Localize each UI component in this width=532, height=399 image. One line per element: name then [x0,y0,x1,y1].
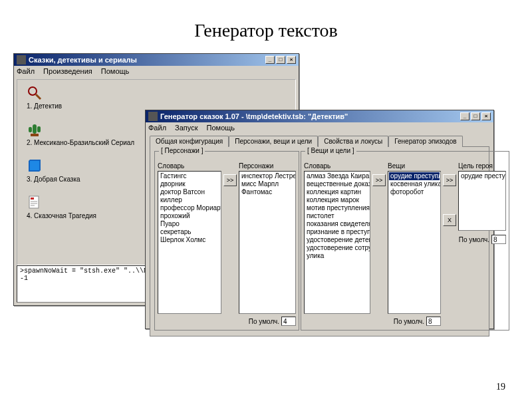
item-detective[interactable]: 1. Детектив [27,85,286,110]
window-generator: Генератор сказок 1.07 - \tmp\detektiv.ts… [145,110,494,329]
add-char-button[interactable]: >> [223,174,237,186]
close-button[interactable]: × [287,56,296,64]
label-characters: Персонажи [239,162,296,170]
menu-run[interactable]: Запуск [175,124,198,132]
group-things-goals: [ Вещи и цели ] Словарь алмаз Звезда Каи… [301,151,509,331]
listbox-characters[interactable]: инспектор Лестрейд мисс Марпл Фантомас [239,171,296,314]
label-default: По умолч. [249,318,279,325]
page-number: 19 [496,382,505,392]
titlebar-generator[interactable]: Генератор сказок 1.07 - \tmp\detektiv.ts… [146,110,493,122]
menu-file[interactable]: Файл [17,67,35,75]
label-things: Вещи [388,162,441,170]
tab-episode-generator[interactable]: Генератор эпизодов [388,136,462,147]
listbox-hero-goal[interactable]: орудие преступления [458,171,506,231]
magnifier-icon [27,85,43,101]
item-label: 1. Детектив [27,102,62,110]
listbox-things[interactable]: орудие преступления косвенная улика фото… [388,171,441,314]
list-item[interactable]: коллекция марок [305,196,369,204]
group-characters: [ Персонажи ] Словарь Гастингс дворник д… [154,151,299,331]
list-item[interactable]: фоторобот [389,188,440,196]
slide-title: Генератор текстов [0,20,532,41]
menubar-stories[interactable]: Файл Произведения Помощь [14,66,299,76]
window-title: Генератор сказок 1.07 - \tmp\detektiv.ts… [160,112,348,120]
list-item[interactable]: алмаз Звезда Каира [305,172,369,180]
list-item[interactable]: прохожий [159,212,220,220]
minimize-button[interactable]: _ [460,112,469,120]
list-item[interactable]: секретарь [159,228,220,236]
group-caption: [ Персонажи ] [159,147,205,154]
list-item[interactable]: вещественные доказа [305,180,369,188]
menu-help[interactable]: Помощь [101,67,130,75]
item-label: 3. Добрая Сказка [27,176,80,183]
list-item[interactable]: дворник [159,180,220,188]
tab-properties-loci[interactable]: Свойства и локусы [318,136,388,147]
book-icon [27,158,43,174]
list-item[interactable]: Пуаро [159,220,220,228]
input-char-default[interactable] [281,317,296,326]
document-icon [27,195,43,211]
svg-rect-4 [37,126,41,132]
list-item[interactable]: орудие преступления [460,172,505,180]
list-item[interactable]: Шерлок Холмс [159,236,220,244]
label-default: По умолч. [459,236,489,243]
list-item[interactable]: признание в преступле [305,228,369,236]
list-item[interactable]: мисс Марпл [240,180,295,188]
remove-goal-button[interactable]: X [443,214,456,226]
list-item[interactable]: улика [305,252,369,260]
input-things-default[interactable] [426,317,441,326]
minimize-button[interactable]: _ [265,56,275,64]
list-item[interactable]: показания свидетеля [305,220,369,228]
list-item[interactable]: киллер [159,196,220,204]
tabpanel: [ Персонажи ] Словарь Гастингс дворник д… [150,146,489,336]
list-item[interactable]: орудие преступления [389,172,440,180]
list-item[interactable]: инспектор Лестрейд [240,172,295,180]
list-item[interactable]: пистолет [305,212,369,220]
label-hero-goal: Цель героя [458,162,506,170]
list-item[interactable]: коллекция картин [305,188,369,196]
app-icon [148,112,158,121]
app-icon [17,55,26,65]
add-goal-button[interactable]: >> [443,174,456,186]
tabstrip: Общая конфигурация Персонажи, вещи и цел… [150,136,489,147]
maximize-button[interactable]: □ [471,112,480,120]
list-item[interactable]: мотив преступления [305,204,369,212]
list-item[interactable]: Гастингс [159,172,220,180]
label-dictionary: Словарь [304,162,370,170]
svg-rect-8 [31,198,34,200]
label-default: По умолч. [394,318,424,325]
maximize-button[interactable]: □ [276,56,285,64]
menu-help[interactable]: Помощь [207,124,235,132]
cactus-icon [27,122,43,138]
group-caption: [ Вещи и цели ] [305,147,356,154]
menu-works[interactable]: Произведения [43,67,92,75]
input-goal-default[interactable] [491,235,506,244]
list-item[interactable]: косвенная улика [389,180,440,188]
titlebar-stories[interactable]: Сказки, детективы и сериалы _ □ × [14,54,299,66]
svg-rect-6 [30,161,39,170]
label-dictionary: Словарь [158,162,221,170]
list-item[interactable]: Фантомас [240,188,295,196]
svg-line-1 [36,94,41,99]
menu-file[interactable]: Файл [148,124,166,132]
add-thing-button[interactable]: >> [372,174,386,186]
tab-characters-things-goals[interactable]: Персонажи, вещи и цели [229,136,318,147]
item-label: 4. Сказочная Трагедия [27,212,96,219]
svg-rect-5 [31,134,39,136]
listbox-things-dictionary[interactable]: алмаз Звезда Каира вещественные доказа к… [304,171,370,314]
item-label: 2. Мексикано-Бразильский Сериал [27,139,134,146]
menubar-generator[interactable]: Файл Запуск Помощь [146,122,493,133]
close-button[interactable]: × [481,112,491,120]
list-item[interactable]: удостоверение детекти [305,236,369,244]
window-title: Сказки, детективы и сериалы [29,56,137,64]
svg-point-0 [29,87,37,95]
tab-general-config[interactable]: Общая конфигурация [150,136,229,147]
list-item[interactable]: профессор Мориарти [159,204,220,212]
listbox-char-dictionary[interactable]: Гастингс дворник доктор Ватсон киллер пр… [158,171,221,314]
list-item[interactable]: доктор Ватсон [159,188,220,196]
svg-rect-3 [29,127,32,132]
svg-rect-2 [33,124,37,134]
list-item[interactable]: удостоверение сотрудн [305,244,369,252]
